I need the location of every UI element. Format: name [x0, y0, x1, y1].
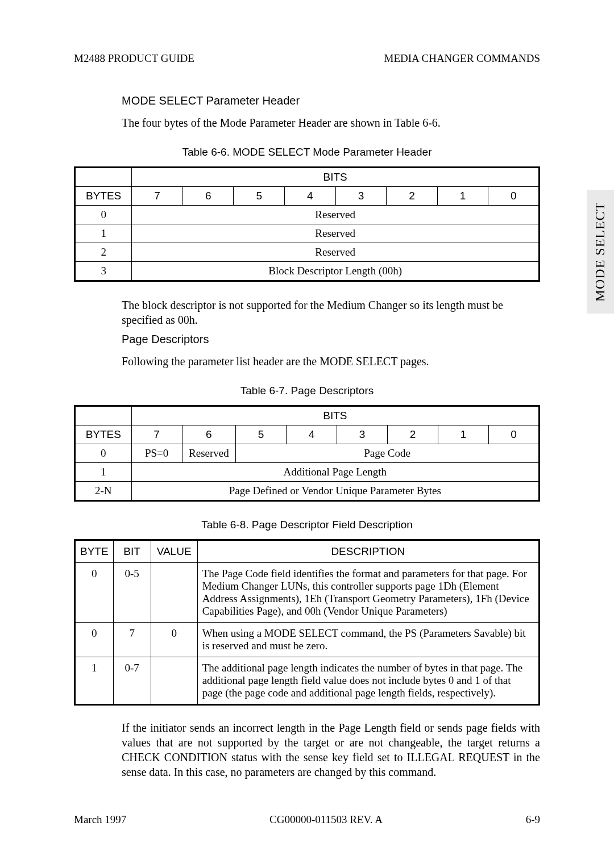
bit-5: 5	[234, 187, 285, 206]
r2-value	[151, 657, 197, 705]
r1-byte: 0	[75, 623, 114, 657]
bit-3: 3	[335, 187, 387, 206]
bit-0: 0	[488, 187, 540, 206]
r2-byte: 1	[75, 657, 114, 705]
r0-bit: 0-5	[113, 563, 151, 623]
table6-7-caption: Table 6-7. Page Descriptors	[74, 385, 540, 397]
hdr-value: VALUE	[151, 540, 197, 563]
byte-1: 1	[75, 224, 132, 243]
blank-cell	[75, 406, 132, 425]
hdr-desc: DESCRIPTION	[197, 540, 539, 563]
header-right: MEDIA CHANGER COMMANDS	[384, 52, 540, 65]
table-6-8: BYTE BIT VALUE DESCRIPTION 0 0-5 The Pag…	[74, 539, 540, 706]
r1-desc: When using a MODE SELECT command, the PS…	[197, 623, 539, 657]
bit-6: 6	[182, 187, 234, 206]
bit-1: 1	[437, 187, 488, 206]
table6-6-caption: Table 6-6. MODE SELECT Mode Parameter He…	[74, 146, 540, 158]
r0-byte: 0	[75, 563, 114, 623]
r2-desc: The additional page length indicates the…	[197, 657, 539, 705]
byte-0: 0	[75, 444, 132, 463]
byte-2n: 2-N	[75, 482, 132, 501]
section1-note: The block descriptor is not supported fo…	[122, 298, 540, 327]
byte-2n-desc: Page Defined or Vendor Unique Parameter …	[131, 482, 539, 501]
side-tab: MODE SELECT	[587, 190, 614, 314]
section3-note: If the initiator sends an incorrect leng…	[122, 720, 540, 779]
table6-8-caption: Table 6-8. Page Descriptor Field Descrip…	[74, 519, 540, 531]
bit-5: 5	[236, 425, 287, 444]
section1-intro: The four bytes of the Mode Parameter Hea…	[122, 115, 540, 130]
bit-0: 0	[489, 425, 540, 444]
section2-intro: Following the parameter list header are …	[122, 354, 540, 369]
r1-bit: 7	[113, 623, 151, 657]
bit-7: 7	[131, 425, 182, 444]
r1-value: 0	[151, 623, 197, 657]
bit-2: 2	[388, 425, 438, 444]
bits-header: BITS	[132, 168, 540, 187]
bit-4: 4	[285, 187, 336, 206]
bit-7: 7	[132, 187, 183, 206]
r0-desc: The Page Code field identifies the forma…	[197, 563, 539, 623]
r2-bit: 0-7	[113, 657, 151, 705]
byte-1: 1	[75, 463, 132, 482]
section2-title: Page Descriptors	[122, 333, 540, 346]
table-6-6: BITS BYTES 7 6 5 4 3 2 1 0 0 Reserved 1 …	[74, 166, 540, 282]
hdr-bit: BIT	[113, 540, 151, 563]
byte-2: 2	[75, 243, 132, 262]
byte-0-desc: Reserved	[132, 206, 540, 224]
bit-4: 4	[287, 425, 337, 444]
byte-1-desc: Additional Page Length	[131, 463, 539, 482]
footer-right: 6-9	[526, 813, 540, 826]
bytes-header: BYTES	[75, 425, 132, 444]
bit-2: 2	[387, 187, 438, 206]
byte-2-desc: Reserved	[132, 243, 540, 262]
ps-cell: PS=0	[131, 444, 182, 463]
byte-1-desc: Reserved	[132, 224, 540, 243]
table-6-7: BITS BYTES 7 6 5 4 3 2 1 0 0 PS=0 Reserv…	[74, 405, 540, 502]
header-left: M2488 PRODUCT GUIDE	[74, 52, 194, 65]
footer-left: March 1997	[74, 813, 126, 826]
bit-1: 1	[438, 425, 489, 444]
byte-3: 3	[75, 262, 132, 281]
r0-value	[151, 563, 197, 623]
bit-3: 3	[337, 425, 388, 444]
byte-0: 0	[75, 206, 132, 224]
bits-header: BITS	[131, 406, 539, 425]
byte-3-desc: Block Descriptor Length (00h)	[132, 262, 540, 281]
bytes-header: BYTES	[75, 187, 132, 206]
footer-center: CG00000-011503 REV. A	[269, 813, 383, 826]
section1-title: MODE SELECT Parameter Header	[122, 94, 540, 107]
side-tab-label: MODE SELECT	[593, 202, 608, 302]
pagecode-cell: Page Code	[236, 444, 540, 463]
reserved-cell: Reserved	[182, 444, 236, 463]
hdr-byte: BYTE	[75, 540, 114, 563]
bit-6: 6	[182, 425, 236, 444]
blank-cell	[75, 168, 132, 187]
